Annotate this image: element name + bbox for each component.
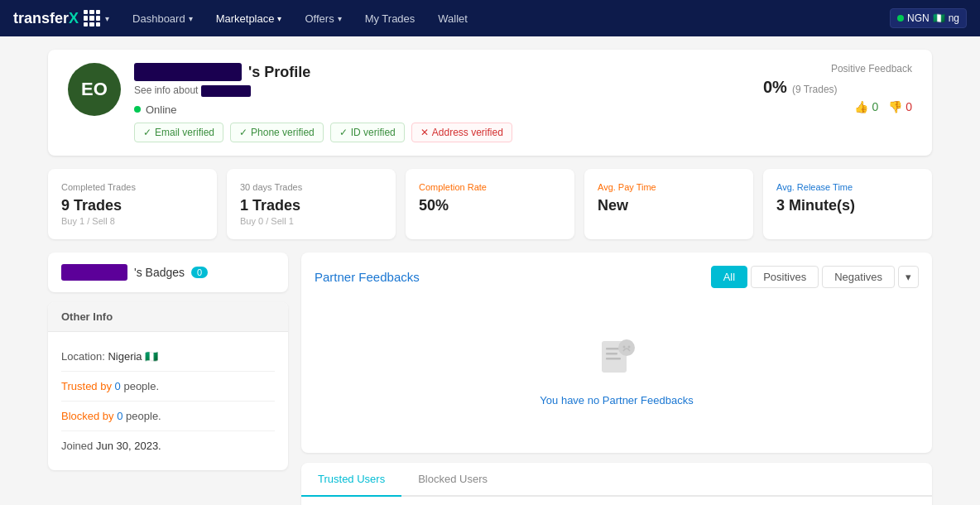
stat-release-time: Avg. Release Time 3 Minute(s) xyxy=(763,169,932,239)
empty-state-icon xyxy=(592,334,641,384)
nav-items: Dashboard ▾ Marketplace ▾ Offers ▾ My Tr… xyxy=(122,0,890,36)
nav-marketplace[interactable]: Marketplace ▾ xyxy=(206,0,292,36)
info-trusted: Trusted by 0 people. xyxy=(61,372,275,402)
filter-negatives-btn[interactable]: Negatives xyxy=(822,266,895,288)
avatar: EO xyxy=(68,63,121,116)
profile-header-card: EO 's Profile See info about Online xyxy=(48,50,932,156)
svg-point-4 xyxy=(618,339,635,356)
feedbacks-header: Partner Feedbacks All Positives Negative… xyxy=(315,266,919,288)
check-icon-id: ✓ xyxy=(339,127,348,138)
grid-icon[interactable] xyxy=(84,10,100,26)
right-panel: Partner Feedbacks All Positives Negative… xyxy=(301,252,932,505)
check-icon: ✓ xyxy=(143,127,151,138)
marketplace-chevron: ▾ xyxy=(277,14,281,23)
svg-point-6 xyxy=(628,345,631,348)
navbar-flag: 🇳🇬 xyxy=(933,12,945,24)
online-status: Online xyxy=(134,103,750,116)
navbar-user: ng xyxy=(949,12,959,24)
phone-badge: ✓ Phone verified xyxy=(230,123,324,142)
main-content: EO 's Profile See info about Online xyxy=(35,36,945,505)
badges-title-row: 's Badges 0 xyxy=(61,264,275,281)
nav-my-trades[interactable]: My Trades xyxy=(355,0,425,36)
check-icon-phone: ✓ xyxy=(239,127,247,138)
brand-name: transferX xyxy=(13,10,79,27)
profile-name-blurred xyxy=(134,63,242,81)
thumbs-up: 👍 0 xyxy=(854,100,878,113)
stats-row: Completed Trades 9 Trades Buy 1 / Sell 8… xyxy=(48,169,932,239)
nav-right: NGN 🇳🇬 ng xyxy=(890,8,967,28)
svg-rect-3 xyxy=(606,358,621,360)
feedbacks-card: Partner Feedbacks All Positives Negative… xyxy=(301,252,932,453)
stat-completion-rate: Completion Rate 50% xyxy=(406,169,574,239)
stat-pay-time: Avg. Pay Time New xyxy=(584,169,753,239)
feedback-filter: All Positives Negatives ▾ xyxy=(711,266,919,288)
address-badge: ✕ Address verified xyxy=(411,123,512,142)
info-blocked: Blocked by 0 people. xyxy=(61,402,275,431)
stat-completed-trades: Completed Trades 9 Trades Buy 1 / Sell 8 xyxy=(48,169,217,239)
svg-rect-2 xyxy=(606,353,617,355)
nav-wallet[interactable]: Wallet xyxy=(428,0,478,36)
online-dot xyxy=(134,106,141,113)
verification-badges: ✓ Email verified ✓ Phone verified ✓ ID v… xyxy=(134,123,750,142)
badges-name-blurred xyxy=(61,264,127,281)
profile-top: EO 's Profile See info about Online xyxy=(68,63,912,142)
brand: transferX ▾ xyxy=(13,10,109,27)
feedbacks-title: Partner Feedbacks xyxy=(315,270,420,284)
online-indicator xyxy=(897,15,904,22)
grid-chevron[interactable]: ▾ xyxy=(105,14,109,23)
profile-name-row: 's Profile xyxy=(134,63,750,81)
info-location: Location: Nigeria 🇳🇬 xyxy=(61,342,275,372)
feedback-icons: 👍 0 👎 0 xyxy=(763,100,912,113)
info-joined: Joined Jun 30, 2023. xyxy=(61,431,275,460)
stat-30day-trades: 30 days Trades 1 Trades Buy 0 / Sell 1 xyxy=(227,169,396,239)
dashboard-chevron: ▾ xyxy=(189,14,193,23)
thumbsup-icon: 👍 xyxy=(854,100,868,113)
currency-selector[interactable]: NGN 🇳🇬 ng xyxy=(890,8,967,28)
see-info-blurred xyxy=(201,85,251,97)
profile-title: 's Profile xyxy=(248,64,310,81)
left-panel: 's Badges 0 Other Info Location: Nigeria… xyxy=(48,252,288,505)
thumbsdown-icon: 👎 xyxy=(888,100,902,113)
other-info-card: Other Info Location: Nigeria 🇳🇬 Trusted … xyxy=(48,302,288,470)
no-feedbacks: You have no Partner Feedbacks xyxy=(315,301,919,440)
bottom-section: 's Badges 0 Other Info Location: Nigeria… xyxy=(48,252,932,505)
filter-all-btn[interactable]: All xyxy=(711,266,747,288)
tab-trusted-users[interactable]: Trusted Users xyxy=(301,463,401,497)
filter-positives-btn[interactable]: Positives xyxy=(751,266,819,288)
filter-chevron-btn[interactable]: ▾ xyxy=(898,266,919,288)
other-info-body: Location: Nigeria 🇳🇬 Trusted by 0 people… xyxy=(48,332,288,470)
navbar: transferX ▾ Dashboard ▾ Marketplace ▾ Of… xyxy=(0,0,980,36)
nav-offers[interactable]: Offers ▾ xyxy=(295,0,351,36)
svg-point-5 xyxy=(623,345,626,348)
profile-info: 's Profile See info about Online ✓ Email… xyxy=(134,63,750,142)
trust-body: Untrust 0 xyxy=(301,497,932,505)
x-icon-address: ✕ xyxy=(420,127,429,138)
brand-x: X xyxy=(69,10,79,26)
tab-blocked-users[interactable]: Blocked Users xyxy=(401,463,504,497)
nigeria-flag: 🇳🇬 xyxy=(145,350,158,363)
other-info-header: Other Info xyxy=(48,302,288,332)
badges-card: 's Badges 0 xyxy=(48,252,288,292)
nav-dashboard[interactable]: Dashboard ▾ xyxy=(122,0,203,36)
email-badge: ✓ Email verified xyxy=(134,123,223,142)
no-feedbacks-text: You have no Partner Feedbacks xyxy=(540,394,693,406)
id-badge: ✓ ID verified xyxy=(330,123,405,142)
trust-tabs: Trusted Users Blocked Users xyxy=(301,463,932,497)
offers-chevron: ▾ xyxy=(338,14,342,23)
feedback-summary: Positive Feedback 0% (9 Trades) 👍 0 👎 0 xyxy=(763,63,912,113)
thumbs-down: 👎 0 xyxy=(888,100,912,113)
see-info-row: See info about xyxy=(134,84,750,97)
trust-card: Trusted Users Blocked Users Untrust 0 xyxy=(301,463,932,505)
